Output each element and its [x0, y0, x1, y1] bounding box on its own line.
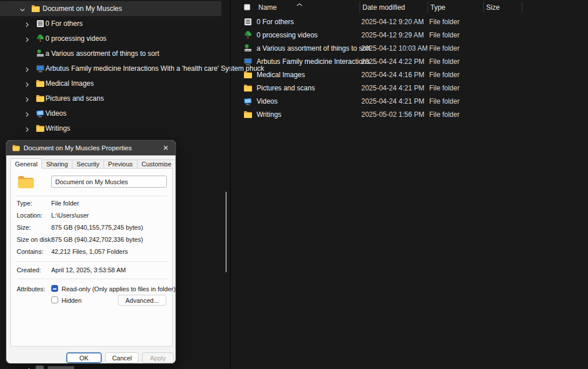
monitor-icon: [36, 64, 45, 73]
tree-item-partial[interactable]: [0, 365, 222, 369]
advanced-button[interactable]: Advanced...: [118, 295, 166, 306]
hidden-checkbox[interactable]: [51, 296, 58, 303]
folder-icon: [243, 83, 253, 93]
tree-item[interactable]: Pictures and scans: [0, 91, 222, 106]
column-divider[interactable]: [483, 2, 484, 13]
folder-icon: [36, 124, 45, 133]
tree-item-label: 0 For others: [45, 20, 83, 28]
tab-security[interactable]: Security: [72, 159, 104, 169]
file-type: File folder: [429, 58, 460, 66]
tree-box-icon: [36, 49, 45, 58]
column-divider[interactable]: [522, 2, 522, 13]
file-row[interactable]: Arbutus Family medicine Interactions ...…: [231, 55, 588, 69]
file-type: File folder: [429, 111, 460, 119]
folder-icon: [31, 4, 40, 13]
tab-general[interactable]: General: [10, 158, 42, 169]
tab-customise[interactable]: Customise: [137, 159, 176, 169]
general-tab-page: [10, 168, 173, 347]
field-value: 42,212 Files, 1,057 Folders: [51, 248, 128, 255]
chevron-right-icon[interactable]: [24, 95, 30, 102]
tree-item-label: Videos: [45, 109, 66, 117]
tab-previous-versions[interactable]: Previous Versions: [104, 159, 138, 169]
file-date: 2025-04-12 9:29 AM: [361, 31, 424, 39]
file-name: Pictures and scans: [257, 84, 315, 92]
file-row[interactable]: Pictures and scans2025-04-24 4:21 PMFile…: [231, 82, 588, 95]
sort-ascending-icon: [296, 0, 303, 3]
file-date: 2025-04-24 4:21 PM: [361, 97, 424, 105]
file-type: File folder: [429, 31, 460, 39]
file-row[interactable]: a Various assortment of things to sort20…: [231, 42, 588, 55]
tree-item-label: Pictures and scans: [45, 94, 104, 102]
chevron-right-icon: [26, 366, 33, 369]
file-row[interactable]: Medical Images2025-04-24 4:16 PMFile fol…: [231, 69, 588, 82]
video-icon: [243, 97, 253, 106]
file-date: 2025-04-12 9:20 AM: [361, 18, 424, 26]
folder-name-input[interactable]: [51, 176, 167, 188]
select-all-checkbox[interactable]: [244, 4, 250, 10]
tree-item[interactable]: Medical Images: [0, 76, 222, 91]
properties-dialog: Document on My Muscles Properties ✕ Gene…: [6, 140, 176, 364]
chevron-right-icon[interactable]: [24, 20, 30, 27]
hidden-label: Hidden: [62, 297, 82, 304]
file-date: 2025-04-24 4:21 PM: [361, 84, 424, 92]
chevron-down-icon[interactable]: [19, 5, 26, 12]
tree-scrollbar-thumb[interactable]: [226, 192, 227, 272]
chevron-right-icon[interactable]: [24, 80, 30, 87]
tree-item[interactable]: 0 For others: [0, 16, 222, 31]
file-date: 2025-04-12 10:03 AM: [361, 44, 427, 52]
file-type: File folder: [429, 97, 460, 105]
apply-button[interactable]: Apply: [142, 352, 174, 363]
file-row[interactable]: 0 For others2025-04-12 9:20 AMFile folde…: [231, 16, 588, 29]
file-date: 2025-04-24 4:22 PM: [361, 58, 424, 66]
column-header-size[interactable]: Size: [486, 3, 499, 12]
file-name: Writings: [257, 111, 281, 119]
field-value: L:\Users\user: [51, 212, 89, 219]
tree-item[interactable]: Document on My Muscles: [0, 1, 222, 16]
dialog-titlebar[interactable]: Document on My Muscles Properties ✕: [6, 140, 175, 155]
video-icon: [36, 109, 45, 118]
readonly-label: Read-only (Only applies to files in fold…: [62, 286, 175, 292]
file-name: 0 processing videos: [257, 31, 318, 39]
tree-item[interactable]: Writings: [0, 121, 222, 136]
tab-sharing[interactable]: Sharing: [41, 159, 72, 169]
tree-item-label: Medical Images: [45, 79, 94, 88]
folder-icon-large: [17, 174, 35, 189]
file-type: File folder: [429, 84, 460, 92]
tree-item[interactable]: Videos: [0, 106, 222, 121]
monitor-icon: [243, 57, 253, 66]
chevron-right-icon[interactable]: [24, 110, 30, 117]
column-divider[interactable]: [360, 2, 360, 13]
folder-icon: [12, 144, 20, 152]
tree-item-label: a Various assortment of things to sort: [45, 50, 159, 58]
file-row[interactable]: Writings2025-05-02 1:56 PMFile folder: [231, 108, 588, 121]
field-label: Location:: [17, 212, 43, 219]
column-divider[interactable]: [427, 2, 428, 13]
chevron-right-icon[interactable]: [24, 35, 30, 42]
column-header-type[interactable]: Type: [430, 3, 445, 12]
folder-icon: [36, 79, 45, 88]
notes-icon: [243, 17, 253, 26]
file-type: File folder: [429, 44, 460, 52]
tree-item[interactable]: 0 processing videos: [0, 31, 222, 46]
cancel-button[interactable]: Cancel: [105, 352, 139, 363]
tree-item[interactable]: a Various assortment of things to sort: [0, 46, 222, 61]
tree-box-icon: [243, 44, 253, 53]
file-name: Medical Images: [257, 71, 305, 79]
list-header: Name Date modified Type Size: [231, 0, 588, 15]
tree-item[interactable]: Arbutus Family medicine Interactions Wit…: [0, 61, 222, 76]
file-list-pane: Name Date modified Type Size 0 For other…: [231, 0, 588, 369]
readonly-checkbox[interactable]: [51, 285, 58, 292]
folder-icon: [243, 70, 253, 79]
close-icon[interactable]: ✕: [161, 143, 171, 153]
file-date: 2025-05-02 1:56 PM: [361, 111, 424, 119]
file-name: 0 For others: [257, 18, 294, 26]
file-row[interactable]: Videos2025-04-24 4:21 PMFile folder: [231, 95, 588, 108]
field-value: 875 GB (940,242,702,336 bytes): [51, 236, 143, 243]
field-value: File folder: [51, 200, 79, 207]
ok-button[interactable]: OK: [66, 352, 102, 363]
file-row[interactable]: 0 processing videos2025-04-12 9:29 AMFil…: [231, 29, 588, 42]
column-header-name[interactable]: Name: [258, 3, 277, 12]
chevron-right-icon[interactable]: [24, 65, 30, 72]
chevron-right-icon[interactable]: [24, 125, 30, 132]
column-header-date-modified[interactable]: Date modified: [362, 3, 405, 12]
